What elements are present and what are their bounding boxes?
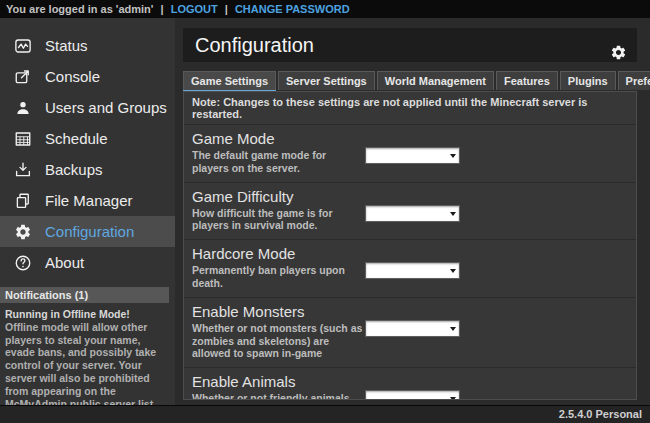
sidebar-item-label: Schedule — [45, 130, 108, 147]
gear-icon — [13, 222, 33, 242]
sidebar-item-backups[interactable]: Backups — [0, 154, 175, 185]
chevron-down-icon — [450, 397, 456, 400]
sidebar-menu: StatusConsoleUsers and GroupsScheduleBac… — [0, 18, 175, 278]
sidebar-item-label: File Manager — [45, 192, 133, 209]
tab-world-management[interactable]: World Management — [377, 71, 494, 90]
users-icon — [13, 98, 33, 118]
settings-list: Game ModeThe default game mode for playe… — [184, 125, 636, 400]
settings-panel: Note: Changes to these settings are not … — [183, 91, 637, 400]
setting-select-game-difficulty[interactable] — [365, 205, 460, 222]
question-icon — [13, 253, 33, 273]
notifications-header[interactable]: Notifications (1) — [0, 287, 169, 303]
tab-plugins[interactable]: Plugins — [560, 71, 616, 90]
backups-icon — [13, 160, 33, 180]
sidebar-item-status[interactable]: Status — [0, 30, 175, 61]
status-icon — [13, 36, 33, 56]
notifications-panel: Notifications (1) Running in Offline Mod… — [0, 287, 169, 423]
version-label: 2.5.4.0 Personal — [559, 408, 642, 420]
file-manager-icon — [13, 191, 33, 211]
setting-select-hardcore-mode[interactable] — [365, 262, 460, 279]
chevron-down-icon — [450, 327, 456, 331]
setting-row-game-mode: Game ModeThe default game mode for playe… — [184, 125, 636, 183]
page-title: Configuration — [195, 34, 314, 56]
sidebar-item-label: Configuration — [45, 223, 134, 240]
tab-preferences[interactable]: Preferences — [618, 71, 650, 90]
sidebar-item-file-manager[interactable]: File Manager — [0, 185, 175, 216]
sidebar-item-configuration[interactable]: Configuration — [0, 216, 175, 247]
sidebar-item-label: Users and Groups — [45, 99, 167, 116]
gear-icon[interactable] — [610, 37, 627, 54]
logout-link[interactable]: LOGOUT — [171, 3, 218, 15]
setting-description: Whether or not friendly animals (such as… — [192, 392, 364, 400]
chevron-down-icon — [450, 154, 456, 158]
notification-title: Running in Offline Mode! — [5, 308, 164, 321]
setting-title: Game Difficulty — [192, 188, 628, 205]
sidebar-item-label: About — [45, 254, 84, 271]
sidebar-item-schedule[interactable]: Schedule — [0, 123, 175, 154]
setting-title: Enable Monsters — [192, 303, 628, 320]
setting-row-enable-monsters: Enable MonstersWhether or not monsters (… — [184, 298, 636, 368]
setting-select-enable-animals[interactable] — [365, 390, 460, 400]
schedule-icon — [13, 129, 33, 149]
logged-in-text: You are logged in as 'admin' — [6, 3, 153, 15]
sidebar-item-label: Status — [45, 37, 88, 54]
tab-server-settings[interactable]: Server Settings — [278, 71, 375, 90]
setting-row-enable-animals: Enable AnimalsWhether or not friendly an… — [184, 368, 636, 400]
setting-row-hardcore-mode: Hardcore ModePermanently ban players upo… — [184, 240, 636, 298]
setting-description: Permanently ban players upon death. — [192, 264, 364, 290]
tab-bar: Game SettingsServer SettingsWorld Manage… — [183, 71, 637, 91]
setting-description: How difficult the game is for players in… — [192, 207, 364, 233]
tab-game-settings[interactable]: Game Settings — [183, 71, 276, 90]
separator: | — [225, 3, 228, 15]
version-bar: 2.5.4.0 Personal — [0, 405, 650, 423]
tab-features[interactable]: Features — [496, 71, 558, 90]
setting-row-game-difficulty: Game DifficultyHow difficult the game is… — [184, 183, 636, 241]
login-status-bar: You are logged in as 'admin' | LOGOUT | … — [0, 0, 650, 18]
chevron-down-icon — [450, 269, 456, 273]
change-password-link[interactable]: CHANGE PASSWORD — [235, 3, 350, 15]
sidebar-item-label: Backups — [45, 161, 103, 178]
setting-title: Hardcore Mode — [192, 245, 628, 262]
sidebar-item-users-and-groups[interactable]: Users and Groups — [0, 92, 175, 123]
setting-description: Whether or not monsters (such as zombies… — [192, 322, 364, 360]
setting-title: Game Mode — [192, 130, 628, 147]
setting-description: The default game mode for players on the… — [192, 149, 364, 175]
setting-select-game-mode[interactable] — [365, 147, 460, 164]
restart-note: Note: Changes to these settings are not … — [184, 92, 636, 125]
sidebar-item-console[interactable]: Console — [0, 61, 175, 92]
setting-select-enable-monsters[interactable] — [365, 320, 460, 337]
sidebar: StatusConsoleUsers and GroupsScheduleBac… — [0, 18, 175, 405]
sidebar-item-about[interactable]: About — [0, 247, 175, 278]
console-icon — [13, 67, 33, 87]
separator: | — [161, 3, 164, 15]
setting-title: Enable Animals — [192, 373, 628, 390]
page-title-bar: Configuration — [183, 28, 637, 62]
sidebar-item-label: Console — [45, 68, 100, 85]
chevron-down-icon — [450, 212, 456, 216]
